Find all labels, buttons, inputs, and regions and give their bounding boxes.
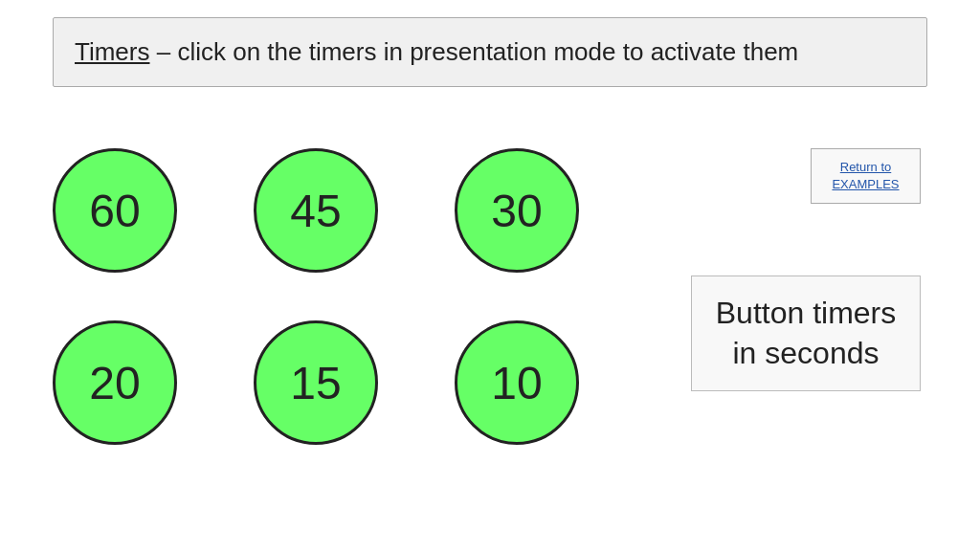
- info-line1: Button timers: [711, 294, 901, 334]
- timers-title-link[interactable]: Timers: [75, 37, 149, 66]
- return-line1: Return to: [840, 160, 891, 174]
- timer-60[interactable]: 60: [53, 148, 177, 273]
- header-box: Timers – click on the timers in presenta…: [53, 17, 927, 87]
- timer-15[interactable]: 15: [254, 320, 378, 445]
- info-box: Button timers in seconds: [691, 276, 921, 391]
- info-line2: in seconds: [711, 334, 901, 374]
- timer-30[interactable]: 30: [455, 148, 579, 273]
- timer-20[interactable]: 20: [53, 320, 177, 445]
- timers-grid: 60 45 30 20 15 10: [53, 148, 579, 445]
- header-description: – click on the timers in presentation mo…: [149, 37, 798, 66]
- page-container: Timers – click on the timers in presenta…: [0, 0, 980, 551]
- header-text: Timers – click on the timers in presenta…: [75, 35, 905, 69]
- return-line2: EXAMPLES: [832, 177, 899, 191]
- timer-10[interactable]: 10: [455, 320, 579, 445]
- timer-45[interactable]: 45: [254, 148, 378, 273]
- return-to-examples-button[interactable]: Return to EXAMPLES: [811, 148, 921, 204]
